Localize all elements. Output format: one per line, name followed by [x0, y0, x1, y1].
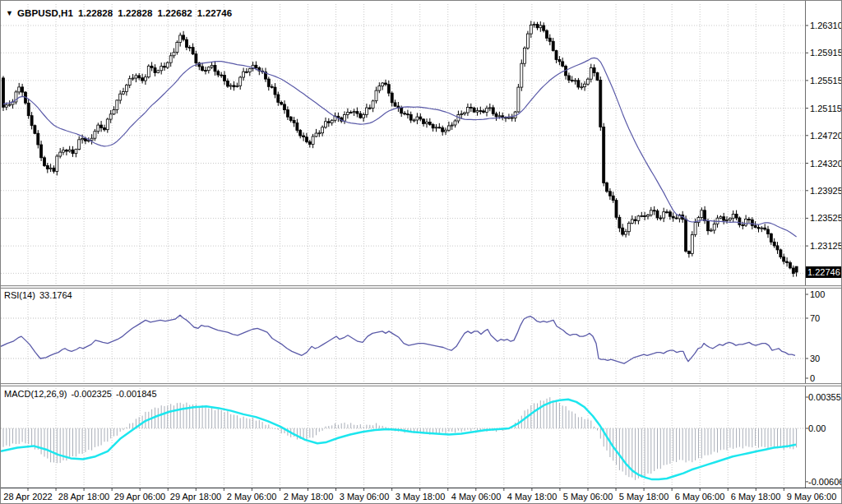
time-axis-label: 6 May 06:00: [672, 492, 728, 502]
ohlc-open: 1.22828: [78, 8, 113, 18]
current-price-tag: 1.22746: [806, 266, 842, 278]
time-axis-label: 29 Apr 06:00: [112, 492, 168, 502]
price-axis-label: 1.23925: [810, 186, 842, 196]
time-axis-label: 4 May 18:00: [504, 492, 560, 502]
price-axis-line: [805, 1, 806, 488]
time-axis-label: 28 Apr 2022: [0, 492, 56, 502]
rsi-axis-label: 70: [810, 313, 820, 323]
trading-chart-window: ▼GBPUSD,H11.228281.228281.226821.22746 R…: [0, 0, 842, 504]
macd-indicator-label: MACD(12,26,9)-0.002325-0.001845: [4, 389, 161, 399]
ohlc-low: 1.22682: [158, 8, 192, 18]
price-axis-label: 1.24320: [810, 159, 842, 169]
price-axis-label: 1.26310: [810, 21, 842, 30]
time-axis-label: 5 May 06:00: [560, 492, 616, 502]
price-axis-label: 1.25115: [810, 104, 842, 113]
time-axis-label: 2 May 18:00: [280, 492, 336, 502]
time-axis-label: 3 May 06:00: [336, 492, 392, 502]
price-axis-label: 1.25915: [810, 48, 842, 58]
time-axis-label: 5 May 18:00: [616, 492, 672, 502]
macd-name: MACD(12,26,9): [4, 389, 67, 399]
price-axis-label: 1.23525: [810, 213, 842, 223]
chart-header: ▼GBPUSD,H11.228281.228281.226821.22746: [6, 8, 237, 18]
rsi-value: 33.1764: [39, 290, 72, 300]
rsi-axis-label: 0: [810, 373, 815, 383]
time-axis-label: 9 May 06:00: [784, 492, 840, 502]
symbol-dropdown-arrow-icon[interactable]: ▼: [6, 9, 13, 17]
time-axis-label: 3 May 18:00: [392, 492, 448, 502]
macd-axis-label: 0.00: [808, 423, 826, 433]
price-axis-label: 1.25515: [810, 76, 842, 86]
chart-canvas[interactable]: [1, 1, 842, 504]
time-axis-label: 6 May 18:00: [728, 492, 784, 502]
rsi-name: RSI(14): [4, 290, 35, 300]
time-axis-label: 29 Apr 18:00: [168, 492, 224, 502]
macd-signal-value: -0.001845: [116, 389, 157, 399]
pane-splitter-macd[interactable]: [1, 383, 842, 386]
price-axis-label: 1.23125: [810, 241, 842, 251]
ohlc-close: 1.22746: [197, 8, 232, 18]
time-axis-label: 2 May 06:00: [224, 492, 280, 502]
macd-axis-label: 0.003552: [808, 392, 842, 402]
pane-splitter-rsi[interactable]: [1, 285, 842, 289]
time-axis-label: 28 Apr 18:00: [56, 492, 112, 502]
ohlc-high: 1.22828: [118, 8, 152, 18]
symbol-timeframe-label: GBPUSD,H1: [17, 8, 73, 18]
macd-main-value: -0.002325: [71, 389, 112, 399]
price-axis-label: 1.24720: [810, 131, 842, 141]
rsi-indicator-label: RSI(14)33.1764: [4, 290, 76, 300]
current-price-value: 1.22746: [807, 267, 840, 277]
macd-axis-label: -0.006061: [808, 477, 842, 487]
rsi-axis-label: 100: [810, 289, 825, 299]
rsi-axis-label: 30: [810, 354, 820, 363]
time-axis-label: 4 May 06:00: [448, 492, 504, 502]
